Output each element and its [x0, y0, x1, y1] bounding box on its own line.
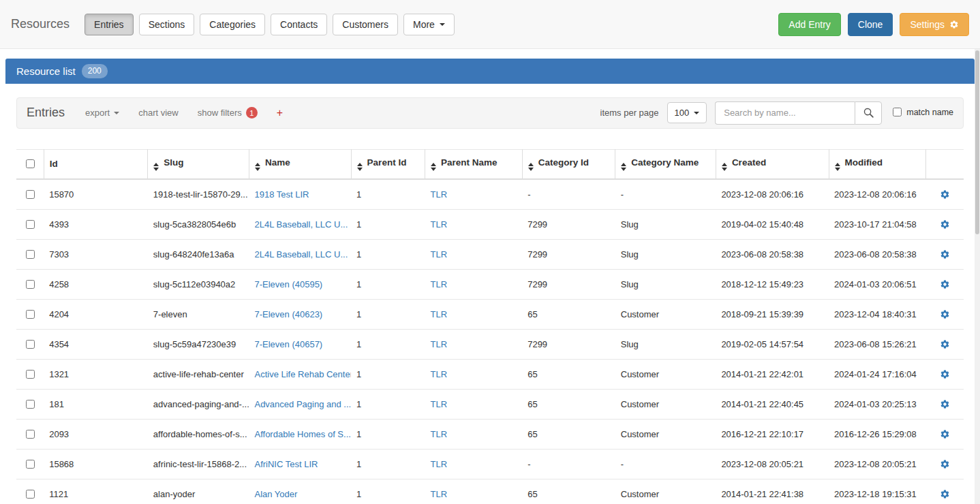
parent-name-link[interactable]: TLR — [431, 429, 448, 439]
row-checkbox[interactable] — [26, 490, 35, 499]
parent-name-link[interactable]: TLR — [431, 489, 448, 499]
row-gear-icon[interactable] — [940, 488, 950, 499]
cell-category-name: Customer — [615, 419, 716, 449]
export-dropdown[interactable]: export — [85, 108, 119, 118]
row-checkbox[interactable] — [26, 460, 35, 469]
add-filter-button[interactable]: + — [277, 107, 283, 119]
column-header-id[interactable]: Id — [44, 149, 148, 179]
parent-name-link[interactable]: TLR — [431, 219, 448, 230]
column-header-name[interactable]: Name — [249, 149, 351, 179]
cell-id: 181 — [44, 389, 148, 419]
row-checkbox[interactable] — [26, 400, 35, 409]
column-header-modified[interactable]: Modified — [829, 149, 926, 179]
tab-customers[interactable]: Customers — [333, 14, 398, 35]
parent-name-link[interactable]: TLR — [431, 189, 448, 200]
tab-contacts[interactable]: Contacts — [271, 14, 327, 35]
parent-name-link[interactable]: TLR — [431, 459, 448, 469]
row-gear-icon[interactable] — [940, 368, 950, 379]
select-all-checkbox[interactable] — [26, 159, 35, 168]
cell-created: 2018-09-21 15:39:39 — [716, 299, 829, 329]
entry-name-link[interactable]: Advanced Paging and ... — [254, 399, 351, 409]
entry-name-link[interactable]: 7-Eleven (40595) — [254, 279, 322, 289]
column-label: Created — [732, 157, 766, 168]
cell-parent-id: 1 — [351, 239, 425, 269]
row-gear-icon[interactable] — [940, 279, 950, 289]
row-checkbox[interactable] — [26, 250, 35, 259]
row-checkbox[interactable] — [26, 310, 35, 319]
row-select-cell — [16, 269, 44, 299]
row-checkbox[interactable] — [26, 220, 35, 229]
sort-icon — [835, 163, 840, 171]
row-gear-icon[interactable] — [940, 458, 950, 469]
row-gear-icon[interactable] — [940, 309, 950, 319]
cell-id: 4204 — [44, 299, 148, 329]
row-checkbox[interactable] — [26, 370, 35, 379]
row-gear-icon[interactable] — [940, 249, 950, 259]
cell-modified: 2024-01-24 17:16:04 — [829, 359, 926, 389]
row-checkbox[interactable] — [26, 280, 35, 289]
export-label: export — [85, 108, 110, 118]
row-gear-icon[interactable] — [940, 338, 950, 349]
parent-name-link[interactable]: TLR — [431, 249, 448, 259]
match-name-checkbox[interactable] — [893, 108, 902, 116]
entry-name-link[interactable]: 2L4L Baseball, LLC U... — [254, 249, 348, 259]
tab-categories[interactable]: Categories — [200, 14, 265, 35]
clone-button[interactable]: Clone — [848, 13, 893, 36]
parent-name-link[interactable]: TLR — [431, 309, 448, 319]
settings-button[interactable]: Settings — [900, 13, 969, 36]
entry-name-link[interactable]: 7-Eleven (40657) — [254, 339, 322, 349]
cell-name: 7-Eleven (40595) — [249, 269, 351, 299]
entry-name-link[interactable]: Alan Yoder — [254, 489, 297, 499]
cell-id: 15870 — [44, 179, 148, 210]
cell-modified: 2016-12-26 15:29:08 — [829, 419, 926, 449]
parent-name-link[interactable]: TLR — [431, 399, 448, 409]
parent-name-link[interactable]: TLR — [431, 339, 448, 349]
row-gear-icon[interactable] — [940, 428, 950, 439]
items-per-page-select[interactable]: 100 — [667, 102, 707, 123]
cell-slug: afrinic-test-lir-15868-2... — [148, 449, 249, 479]
row-actions-cell — [926, 179, 964, 210]
show-filters-link[interactable]: show filters 1 — [198, 107, 258, 119]
row-actions-cell — [926, 449, 964, 479]
column-header-parent-id[interactable]: Parent Id — [351, 149, 425, 179]
table-row: 1321active-life-rehab-centerActive Life … — [16, 359, 964, 389]
chart-view-link[interactable]: chart view — [138, 108, 179, 118]
cell-slug: advanced-paging-and-... — [148, 389, 249, 419]
row-checkbox[interactable] — [26, 190, 35, 199]
cell-category-id: 65 — [522, 479, 615, 504]
row-gear-icon[interactable] — [940, 189, 950, 199]
column-header-parent-name[interactable]: Parent Name — [425, 149, 523, 179]
add-entry-button[interactable]: Add Entry — [778, 13, 840, 36]
row-actions-cell — [926, 209, 964, 239]
table-header-row: Id Slug Name Parent Id Parent Name Categ… — [16, 149, 964, 179]
cell-parent-id: 1 — [351, 479, 425, 504]
column-header-slug[interactable]: Slug — [148, 149, 249, 179]
page-scrollbar[interactable] — [975, 49, 980, 504]
entry-name-link[interactable]: 2L4L Baseball, LLC U... — [254, 219, 348, 230]
parent-name-link[interactable]: TLR — [431, 279, 448, 289]
column-header-created[interactable]: Created — [716, 149, 829, 179]
column-header-category-id[interactable]: Category Id — [522, 149, 615, 179]
parent-name-link[interactable]: TLR — [431, 369, 448, 379]
sort-icon — [431, 163, 436, 171]
cell-slug: slug-648240fe13a6a — [148, 239, 249, 269]
entry-name-link[interactable]: 1918 Test LIR — [254, 189, 309, 200]
row-gear-icon[interactable] — [940, 219, 950, 229]
entry-name-link[interactable]: 7-Eleven (40623) — [254, 309, 322, 319]
tab-sections[interactable]: Sections — [139, 14, 195, 35]
entry-name-link[interactable]: Affordable Homes of S... — [254, 429, 350, 439]
search-button[interactable] — [855, 101, 882, 125]
row-gear-icon[interactable] — [940, 398, 950, 409]
top-action-buttons: Add Entry Clone Settings — [778, 13, 969, 36]
cell-name: 2L4L Baseball, LLC U... — [249, 209, 351, 239]
tab-more-dropdown[interactable]: More — [403, 14, 455, 35]
row-checkbox[interactable] — [26, 430, 35, 439]
search-input[interactable] — [715, 101, 855, 125]
column-header-category-name[interactable]: Category Name — [615, 149, 716, 179]
table-row: 181advanced-paging-and-...Advanced Pagin… — [16, 389, 964, 419]
row-checkbox[interactable] — [26, 340, 35, 349]
tab-entries[interactable]: Entries — [85, 14, 134, 35]
scrollbar-thumb[interactable] — [975, 50, 979, 234]
entry-name-link[interactable]: Active Life Rehab Center — [254, 369, 351, 379]
entry-name-link[interactable]: AfriNIC Test LIR — [254, 459, 318, 469]
